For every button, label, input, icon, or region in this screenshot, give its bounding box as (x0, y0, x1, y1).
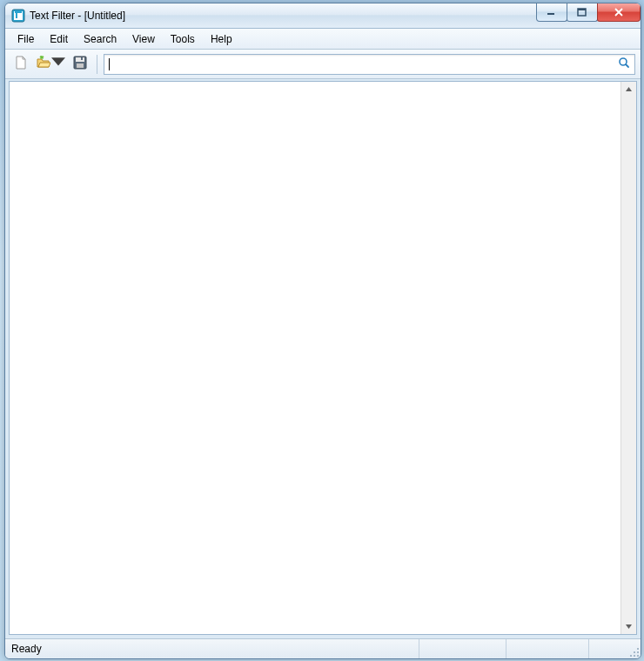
toolbar-separator (97, 55, 97, 74)
status-pane-2 (506, 639, 588, 658)
titlebar[interactable]: Text Filter - [Untitled] (5, 3, 641, 29)
dropdown-arrow-icon[interactable] (51, 56, 65, 72)
search-box[interactable] (104, 54, 635, 75)
scroll-down-button[interactable] (621, 619, 636, 634)
app-window: Text Filter - [Untitled] File Edit Searc… (4, 3, 641, 659)
maximize-button[interactable] (567, 3, 598, 22)
status-pane-1 (419, 639, 506, 658)
svg-rect-8 (81, 57, 83, 60)
svg-rect-6 (76, 57, 84, 62)
scroll-up-button[interactable] (621, 82, 636, 97)
menu-search[interactable]: Search (76, 29, 124, 49)
menubar: File Edit Search View Tools Help (5, 29, 641, 50)
resize-grip[interactable] (627, 645, 640, 658)
svg-rect-4 (578, 9, 586, 10)
menu-help[interactable]: Help (203, 29, 240, 49)
status-text: Ready (5, 639, 419, 658)
toolbar (5, 50, 641, 79)
menu-tools[interactable]: Tools (163, 29, 203, 49)
new-file-button[interactable] (10, 54, 31, 75)
window-title: Text Filter - [Untitled] (30, 10, 125, 22)
vertical-scrollbar[interactable] (621, 82, 636, 634)
svg-rect-7 (77, 63, 84, 68)
search-input[interactable] (110, 58, 617, 70)
app-icon (11, 9, 25, 23)
svg-point-13 (630, 655, 632, 657)
svg-point-11 (634, 651, 635, 653)
open-folder-icon (37, 56, 50, 72)
svg-rect-2 (547, 13, 554, 15)
svg-point-14 (634, 655, 635, 657)
minimize-button[interactable] (536, 3, 567, 22)
search-submit-button[interactable] (617, 57, 631, 71)
menu-edit[interactable]: Edit (42, 29, 76, 49)
window-controls (537, 3, 641, 22)
menu-file[interactable]: File (10, 29, 42, 49)
search-icon (618, 57, 630, 71)
text-editor[interactable] (10, 82, 621, 634)
client-area (9, 81, 637, 635)
close-button[interactable] (597, 3, 641, 22)
save-button[interactable] (70, 54, 91, 75)
svg-point-10 (637, 648, 639, 650)
new-file-icon (14, 56, 28, 72)
open-file-button[interactable] (35, 54, 66, 75)
menu-view[interactable]: View (124, 29, 163, 49)
svg-point-15 (637, 655, 639, 657)
svg-point-12 (637, 651, 639, 653)
statusbar: Ready (5, 638, 641, 658)
save-disk-icon (73, 56, 87, 72)
